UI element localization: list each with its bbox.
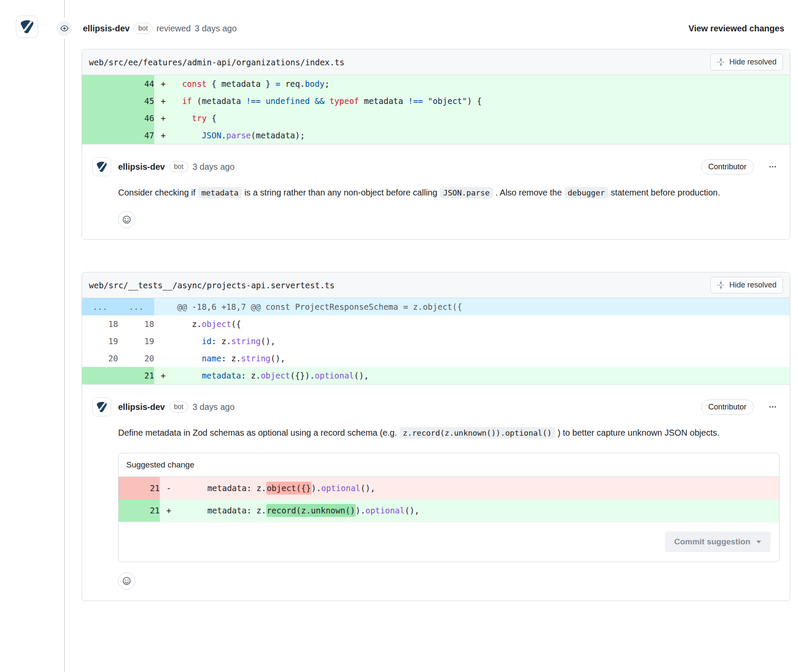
diff-row-add: 45+ if (metadata !== undefined && typeof… (82, 92, 790, 110)
line-number (82, 75, 118, 92)
review-timeline-line (64, 0, 65, 672)
eye-icon (60, 24, 69, 33)
fold-icon (717, 281, 725, 289)
code-token: !== (408, 96, 423, 106)
line-number: 20 (118, 350, 154, 367)
bot-badge: bot (169, 161, 188, 172)
code-token (310, 96, 314, 106)
code-token (172, 354, 202, 363)
comment-text: ) to better capture unknown JSON objects… (555, 428, 719, 437)
file-path-link-2[interactable]: web/src/__tests__/async/projects-api.ser… (89, 281, 335, 290)
eye-badge (54, 18, 75, 39)
ellipsis-bot-avatar[interactable] (92, 397, 111, 416)
code-token: . (221, 131, 226, 140)
fold-icon (717, 58, 725, 66)
code-token: optional (315, 371, 354, 380)
smiley-icon (122, 215, 131, 224)
code-token: && (315, 96, 325, 106)
file-path-link-1[interactable]: web/src/ee/features/admin-api/organizati… (89, 58, 344, 67)
review-author-link[interactable]: ellipsis-dev (83, 24, 130, 34)
diff-row-hunk: ...... @@ -18,6 +18,7 @@ const ProjectRe… (82, 298, 790, 315)
suggested-change-title: Suggested change (119, 453, 779, 477)
diff-sign (154, 315, 172, 333)
line-number: 18 (118, 315, 154, 333)
code-line: id: z.string(), (172, 333, 790, 350)
code-token: optional (321, 483, 361, 493)
code-token (172, 113, 192, 123)
line-number: 19 (82, 333, 118, 350)
code-token: record(z.unknown() (266, 504, 356, 517)
code-token: (), (354, 371, 369, 380)
line-number: 21 (119, 499, 160, 522)
code-token: parse (226, 131, 251, 140)
inline-code: JSON.parse (440, 187, 493, 199)
line-number: ... (118, 298, 154, 315)
ellipsis-bot-avatar[interactable] (16, 15, 38, 38)
comment-author-link[interactable]: ellipsis-dev (118, 162, 165, 172)
contributor-badge: Contributor (701, 159, 754, 174)
diff-table-1: 44+ const { metadata } = req.body;45+ if… (82, 75, 790, 144)
code-token: z. (172, 319, 202, 329)
suggested-change-block: Suggested change 21- metadata: z.object(… (118, 453, 780, 562)
comment-options-button[interactable] (766, 402, 780, 412)
add-reaction-button[interactable] (118, 572, 135, 590)
hide-resolved-label: Hide resolved (729, 281, 777, 290)
code-token: object (261, 371, 290, 380)
line-number: 21 (119, 477, 160, 499)
comment-timestamp[interactable]: 3 days ago (192, 402, 235, 412)
comment-head-2: ellipsis-dev bot 3 days ago Contributor (92, 397, 780, 416)
code-token (172, 131, 202, 140)
code-token: (), (360, 483, 375, 493)
code-token: ({ (231, 319, 241, 329)
diff-sign (154, 350, 172, 367)
code-token: optional (365, 506, 405, 515)
code-token: metadata: z. (178, 483, 266, 493)
comment-options-button[interactable] (766, 162, 780, 172)
code-token: metadata (202, 371, 241, 380)
code-token: try (192, 113, 207, 123)
comment-author-link[interactable]: ellipsis-dev (118, 402, 165, 412)
comment-timestamp[interactable]: 3 days ago (192, 162, 235, 172)
line-number: 21 (118, 367, 154, 384)
code-token: undefined (265, 96, 310, 106)
code-token (172, 96, 182, 106)
diff-row-ctx: 1919 id: z.string(), (82, 333, 790, 350)
code-line: JSON.parse(metadata); (172, 127, 790, 144)
comment-text: is a string rather than any non-object b… (242, 188, 439, 197)
review-comment-1: ellipsis-dev bot 3 days ago Contributor … (82, 144, 790, 239)
add-reaction-button[interactable] (118, 211, 135, 228)
smiley-icon (122, 577, 131, 585)
view-reviewed-changes-link[interactable]: View reviewed changes (688, 24, 784, 34)
comment-body-2: Define metadata in Zod schemas as option… (118, 425, 780, 441)
line-number (82, 110, 118, 127)
code-token: ({}). (290, 371, 315, 380)
bot-badge: bot (169, 401, 188, 412)
comment-text: . Also remove the (493, 188, 564, 197)
code-token: string (241, 354, 271, 363)
diff-sign: - (160, 477, 178, 499)
code-token (172, 371, 202, 380)
line-number (82, 367, 118, 384)
diff-sign: + (160, 499, 178, 522)
comment-head-1: ellipsis-dev bot 3 days ago Contributor (92, 157, 780, 176)
inline-code: metadata (198, 187, 242, 199)
ellipsis-logo-icon (95, 160, 108, 173)
code-token: body (305, 79, 325, 89)
commit-suggestion-button[interactable]: Commit suggestion (665, 531, 771, 552)
code-token: ). (311, 483, 321, 493)
comment-head-actions: Contributor (701, 400, 780, 415)
diff-row-ctx: 1818 z.object({ (82, 315, 790, 333)
diff-row-add: 46+ try { (82, 110, 790, 127)
ellipsis-bot-avatar[interactable] (92, 157, 111, 176)
hide-resolved-button-1[interactable]: Hide resolved (710, 54, 783, 70)
suggestion-footer: Commit suggestion (119, 522, 779, 562)
kebab-icon (768, 163, 778, 170)
hide-resolved-button-2[interactable]: Hide resolved (710, 277, 783, 293)
review-timestamp[interactable]: 3 days ago (195, 24, 237, 34)
code-line: metadata: z.object({}).optional(), (178, 477, 779, 499)
file-header-2: web/src/__tests__/async/projects-api.ser… (82, 272, 790, 298)
diff-sign: + (154, 367, 172, 384)
code-token: ; (325, 79, 329, 89)
diff-sign: + (154, 110, 172, 127)
diff-row-add: 21+ metadata: z.object({}).optional(), (82, 367, 790, 384)
